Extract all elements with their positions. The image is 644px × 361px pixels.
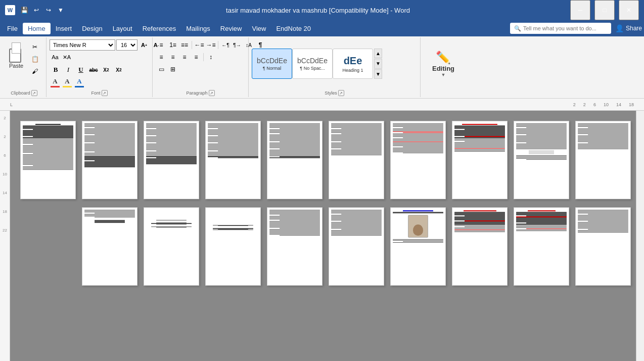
horizontal-ruler: L 2 2 6 10 14 18 — [0, 99, 644, 111]
align-left-button[interactable]: ≡ — [156, 52, 167, 63]
decrease-indent-button[interactable]: ←≡ — [194, 39, 205, 51]
page-thumb-8[interactable] — [452, 121, 508, 199]
styles-more[interactable]: ▼ — [374, 69, 382, 79]
paste-button[interactable]: Paste — [5, 39, 27, 71]
pages-row-1 — [20, 121, 626, 199]
styles-scroll-down[interactable]: ▼ — [374, 59, 382, 68]
page-thumb-10[interactable] — [575, 121, 631, 199]
share-button[interactable]: Share — [626, 25, 642, 32]
page-thumb-4[interactable] — [205, 121, 261, 199]
menu-references[interactable]: References — [137, 23, 181, 34]
page-thumb-1[interactable] — [20, 121, 76, 199]
styles-expand[interactable]: ↗ — [338, 90, 344, 96]
page-content-18 — [452, 208, 507, 235]
minimize-button[interactable]: ─ — [570, 0, 590, 20]
ltr-button[interactable]: ←¶ — [220, 39, 231, 51]
styles-scroll: ▲ ▼ ▼ — [374, 49, 382, 79]
editing-icon: ✏️ — [436, 51, 451, 65]
style-heading1[interactable]: dEe Heading 1 — [333, 49, 373, 79]
editing-group: ✏️ Editing ▼ — [421, 37, 466, 97]
ruler-num-2a: 2 — [4, 116, 6, 120]
highlight-button[interactable]: A — [62, 77, 73, 88]
vertical-scrollbar[interactable] — [636, 111, 644, 361]
superscript-button[interactable]: X2 — [113, 64, 125, 76]
underline-button[interactable]: U — [75, 64, 87, 76]
page-thumb-6[interactable] — [329, 121, 384, 199]
page-thumb-7[interactable] — [390, 121, 446, 199]
clear-formatting-button[interactable]: ✕A — [61, 52, 72, 63]
grow-font-button[interactable]: A+ — [139, 39, 150, 51]
shading-button[interactable]: ▭ — [156, 64, 167, 75]
line-spacing-button[interactable]: ↕ — [205, 52, 216, 63]
clipboard-expand[interactable]: ↗ — [31, 90, 37, 96]
menu-layout[interactable]: Layout — [108, 23, 137, 34]
text-color-button[interactable]: A — [50, 77, 61, 88]
font-name-select[interactable]: Times New R — [50, 39, 115, 51]
page-thumb-19[interactable] — [514, 207, 569, 286]
change-case-button[interactable]: Aa — [50, 52, 61, 63]
format-painter-button[interactable]: 🖌 — [29, 66, 40, 77]
menu-file[interactable]: File — [2, 23, 23, 34]
font-size-select[interactable]: 16 — [116, 39, 137, 51]
font-color-2-button[interactable]: A — [74, 77, 85, 88]
align-center-button[interactable]: ≡ — [167, 52, 178, 63]
page-thumb-16[interactable] — [329, 207, 384, 286]
menu-insert[interactable]: Insert — [51, 23, 77, 34]
clipboard-group: Paste ✂ 📋 🖌 Clipboard ↗ — [2, 37, 47, 97]
increase-indent-button[interactable]: →≡ — [205, 39, 216, 51]
page-thumb-2[interactable] — [82, 121, 137, 199]
save-button[interactable]: 💾 — [19, 5, 29, 15]
page-content-19 — [514, 208, 569, 234]
styles-scroll-up[interactable]: ▲ — [374, 49, 382, 58]
editing-label[interactable]: Editing — [432, 65, 454, 72]
close-button[interactable]: ✕ — [619, 0, 639, 20]
strikethrough-button[interactable]: abc — [87, 64, 100, 76]
page-thumb-13[interactable] — [144, 207, 199, 286]
page-thumb-5[interactable] — [267, 121, 323, 199]
style-normal[interactable]: bCcDdEe ¶ Normal — [252, 49, 292, 79]
editing-dropdown[interactable]: ▼ — [441, 72, 446, 77]
maximize-button[interactable]: □ — [594, 0, 615, 20]
multilevel-button[interactable]: ≡≡ — [179, 39, 190, 51]
italic-button[interactable]: I — [62, 64, 74, 76]
page-content-16 — [329, 208, 384, 238]
page-thumb-9[interactable] — [514, 121, 569, 199]
page-thumb-3[interactable] — [144, 121, 199, 199]
page-thumb-20[interactable] — [575, 207, 631, 286]
page-thumb-12[interactable] — [82, 207, 137, 286]
window-controls: ─ □ ✕ — [570, 0, 639, 20]
menu-mailings[interactable]: Mailings — [181, 23, 215, 34]
align-right-button[interactable]: ≡ — [179, 52, 190, 63]
cut-button[interactable]: ✂ — [29, 41, 40, 53]
page-thumb-18[interactable] — [452, 207, 508, 286]
copy-button[interactable]: 📋 — [29, 54, 40, 65]
tell-me-input[interactable] — [523, 25, 607, 31]
page-content-3 — [144, 121, 199, 166]
numbering-button[interactable]: 1≡ — [167, 39, 178, 51]
menu-endnote[interactable]: EndNote 20 — [271, 23, 316, 34]
undo-button[interactable]: ↩ — [31, 5, 41, 15]
menu-design[interactable]: Design — [77, 23, 107, 34]
borders-button[interactable]: ⊞ — [167, 64, 178, 75]
style-no-spacing[interactable]: bCcDdEe ¶ No Spac... — [292, 49, 333, 79]
redo-button[interactable]: ↪ — [43, 5, 54, 15]
font-expand[interactable]: ↗ — [102, 90, 108, 96]
document-area: 2 2 6 10 14 18 22 — [0, 111, 644, 361]
ruler-num-10: 10 — [3, 172, 7, 176]
search-icon: 🔍 — [514, 25, 521, 32]
page-thumb-17[interactable] — [390, 207, 446, 286]
rtl-button[interactable]: ¶→ — [232, 39, 243, 51]
font-group: Times New R 16 A+ A- Aa ✕A B I U abc — [47, 37, 153, 97]
paragraph-expand[interactable]: ↗ — [209, 90, 215, 96]
page-thumb-14[interactable] — [205, 207, 261, 286]
page-thumb-15[interactable] — [267, 207, 323, 286]
page-content-10 — [576, 121, 630, 152]
subscript-button[interactable]: X2 — [100, 64, 112, 76]
menu-review[interactable]: Review — [215, 23, 247, 34]
menu-home[interactable]: Home — [23, 23, 51, 34]
quick-access-dropdown[interactable]: ▼ — [56, 5, 66, 15]
justify-button[interactable]: ≡ — [191, 52, 202, 63]
bullets-button[interactable]: ≡ — [156, 39, 167, 51]
menu-view[interactable]: View — [247, 23, 271, 34]
bold-button[interactable]: B — [50, 64, 62, 76]
